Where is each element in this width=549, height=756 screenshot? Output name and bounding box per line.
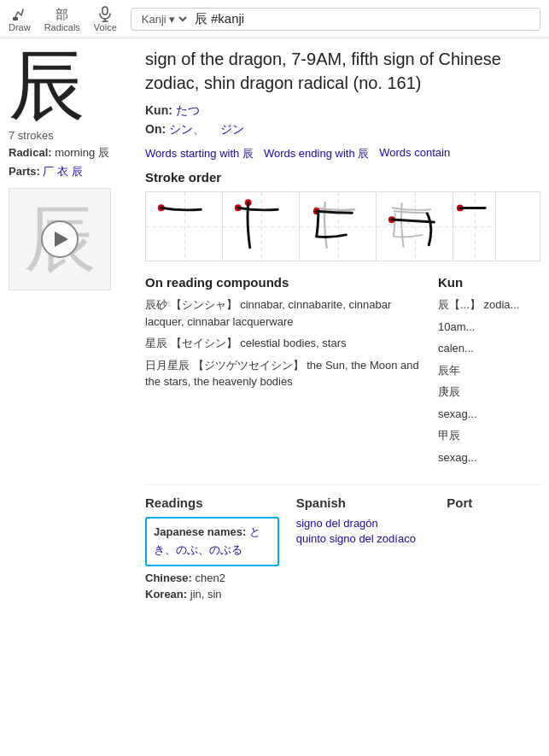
spanish-title: Spanish [296,495,430,510]
kanji-meaning: sign of the dragon, 7-9AM, fifth sign of… [145,47,540,95]
stroke-cell-4 [377,192,453,261]
voice-tool[interactable]: Voice [94,5,117,32]
left-panel: 辰 7 strokes Radical: morning 辰 Parts: 厂 … [9,47,137,604]
kun-compound-2: 10am... [438,319,540,336]
kun-compound-1: 辰【...】 zodia... [438,296,540,314]
japanese-names-label: Japanese names: [154,525,246,538]
on-compounds-col: On reading compounds 辰砂 【シンシャ】 cinnabar,… [145,275,429,471]
svg-text:部: 部 [55,7,68,21]
korean-reading: Korean: jin, sin [145,588,279,601]
korean-value: jin, sin [190,588,222,601]
stroke-animation[interactable]: 辰 [9,188,111,290]
on-reading-row: On: シン、 ジン [145,122,540,138]
svg-rect-2 [102,7,108,15]
compound-item-3: 日月星辰 【ジツゲツセイシン】 the Sun, the Moon and th… [145,357,429,390]
play-button[interactable] [41,220,79,258]
play-icon [55,231,68,247]
japanese-names-box: Japanese names: とき、のぶ、のぶる [145,517,279,566]
tool-buttons: Draw 部 Radicals Voice [9,5,117,32]
search-mode-select[interactable]: Kanji ▾ [138,12,190,26]
stroke-order-container [145,191,540,261]
draw-label: Draw [9,22,31,32]
kun-value[interactable]: たつ [176,103,200,117]
parts-link-3[interactable]: 辰 [72,165,83,178]
voice-label: Voice [94,22,117,32]
radical-label: Radical: [9,146,52,159]
on-compounds-title: On reading compounds [145,275,429,290]
word-links: Words starting with 辰 Words ending with … [145,146,540,161]
words-starting-link[interactable]: Words starting with 辰 [145,146,254,161]
on-value-1[interactable]: シン [169,122,193,136]
kun-compound-6: sexag... [438,406,540,423]
port-title: Port [447,495,540,510]
chinese-value: chen2 [196,571,225,584]
stroke-cell-2 [223,192,300,261]
parts-label: Parts: [9,165,40,178]
stroke-cell-3 [300,192,377,261]
radicals-tool[interactable]: 部 Radicals [44,5,80,32]
spanish-col: Spanish signo del dragón quinto signo de… [296,495,430,604]
radical-info: Radical: morning 辰 [9,145,137,161]
kun-compound-8: sexag... [438,449,540,466]
header: Draw 部 Radicals Voice Kanji ▾ [0,0,549,38]
chinese-label: Chinese: [145,571,192,584]
kun-compounds-title: Kun [438,275,540,290]
readings-title: Readings [145,495,279,510]
korean-label: Korean: [145,588,187,601]
on-label: On: [145,122,166,136]
strokes-info: 7 strokes [9,129,137,142]
search-bar[interactable]: Kanji ▾ [131,8,540,31]
stroke-cell-1 [146,192,223,261]
on-value-2[interactable]: ジン [208,122,244,136]
radicals-label: Radicals [44,22,80,32]
kun-compound-5: 庚辰 [438,384,540,401]
kanji-character: 辰 [9,47,137,124]
radical-value: morning 辰 [55,146,109,159]
right-panel: sign of the dragon, 7-9AM, fifth sign of… [145,47,540,604]
spanish-item-2[interactable]: quinto signo del zodíaco [296,532,430,545]
search-input[interactable] [195,12,533,26]
words-ending-link[interactable]: Words ending with 辰 [264,146,369,161]
kun-reading-row: Kun: たつ [145,103,540,119]
readings-area: Readings Japanese names: とき、のぶ、のぶる Chine… [145,484,540,604]
main-content: 辰 7 strokes Radical: morning 辰 Parts: 厂 … [0,38,549,612]
stroke-cell-5 [453,192,496,261]
kun-label: Kun: [145,103,172,117]
spanish-item-1[interactable]: signo del dragón [296,517,430,530]
stroke-order-title: Stroke order [145,170,540,185]
parts-link-2[interactable]: 衣 [57,165,68,178]
kun-compound-4: 辰年 [438,362,540,379]
kun-compound-7: 甲辰 [438,427,540,444]
draw-tool[interactable]: Draw [9,5,31,32]
compound-item-1: 辰砂 【シンシャ】 cinnabar, cinnabarite, cinnaba… [145,296,429,330]
parts-info: Parts: 厂 衣 辰 [9,164,137,179]
kun-compounds-col: Kun 辰【...】 zodia... 10am... calen... 辰年 … [438,275,540,471]
compounds-area: On reading compounds 辰砂 【シンシャ】 cinnabar,… [145,275,540,471]
kun-compound-3: calen... [438,340,540,357]
chinese-reading: Chinese: chen2 [145,571,279,584]
readings-col: Readings Japanese names: とき、のぶ、のぶる Chine… [145,495,279,604]
port-col: Port [447,495,540,604]
parts-link-1[interactable]: 厂 [43,165,54,178]
compound-item-2: 星辰 【セイシン】 celestial bodies, stars [145,335,429,352]
words-contain-link[interactable]: Words contain [379,146,450,161]
svg-rect-0 [13,17,18,21]
